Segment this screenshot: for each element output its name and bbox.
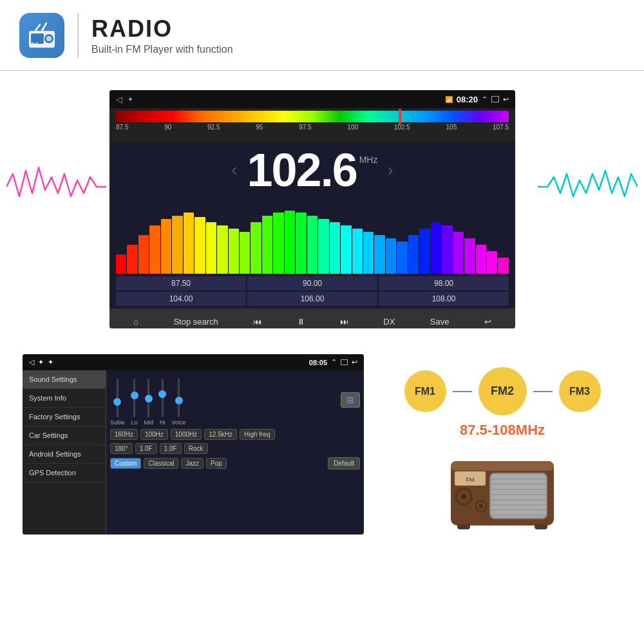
btn-180deg[interactable]: 180° (110, 443, 133, 454)
page-header: RADIO Built-in FM Player with function (0, 0, 644, 71)
btn-classical[interactable]: Classical (144, 458, 178, 469)
voice-slider[interactable]: Voice (172, 379, 186, 426)
wave-left (6, 161, 106, 215)
fm-connector-2 (533, 391, 553, 392)
play-pause-button[interactable]: ⏸ (297, 317, 305, 327)
btn-12khz[interactable]: 12.5kHz (204, 429, 237, 440)
frequency-unit: MHz (359, 155, 378, 165)
wifi-status-icon: ✦ (128, 95, 133, 104)
btn-jazz[interactable]: Jazz (181, 458, 204, 469)
header-divider (77, 13, 79, 58)
svg-rect-28 (457, 524, 470, 529)
eq-bar-3 (149, 225, 160, 274)
menu-system-info[interactable]: System Info (23, 389, 106, 408)
svg-text:FM: FM (466, 477, 475, 483)
frequency-bar[interactable]: 87.5 90 92.5 95 97.5 100 102.5 105 107.5 (109, 108, 515, 142)
dx-button[interactable]: DX (383, 317, 395, 327)
svg-rect-7 (35, 43, 38, 46)
preset-108.00[interactable]: 108.00 (379, 292, 509, 306)
preset-90.00[interactable]: 90.00 (247, 276, 377, 290)
settings-panel: Subw Lo (106, 370, 364, 535)
boost-button[interactable]: ⊞ (341, 392, 360, 408)
fm-frequency-range: 87.5-108MHz (460, 422, 545, 439)
preset-87.50[interactable]: 87.50 (116, 276, 246, 290)
eq-bar-21 (352, 229, 363, 274)
preset-104.00[interactable]: 104.00 (116, 292, 246, 306)
svg-line-4 (35, 24, 40, 31)
btn-1f-1[interactable]: 1.0F (135, 443, 157, 454)
next-track-button[interactable]: ⏭ (340, 317, 348, 327)
settings-body: Sound Settings System Info Factory Setti… (23, 370, 364, 535)
home-button[interactable]: ⌂ (133, 317, 138, 327)
value-buttons-row: 180° 1.0F 1.0F Rock (110, 443, 360, 454)
mid-slider[interactable]: Mid (144, 379, 154, 426)
btn-100hz[interactable]: 100Hz (140, 429, 168, 440)
eq-bar-15 (285, 211, 295, 274)
menu-car-settings[interactable]: Car Settings (23, 426, 106, 445)
btn-1f-2[interactable]: 1.0F (160, 443, 182, 454)
settings-window-icon (341, 359, 348, 365)
hi-slider[interactable]: Hi (160, 379, 166, 426)
subw-slider[interactable]: Subw (110, 379, 125, 426)
eq-bar-8 (206, 222, 216, 274)
btn-pop[interactable]: Pop (206, 458, 227, 469)
settings-time: 08:05 (309, 359, 327, 366)
back-icon: ◁ (29, 358, 34, 366)
svg-rect-1 (31, 33, 44, 44)
eq-bar-24 (386, 238, 396, 274)
eq-bar-12 (251, 222, 261, 274)
fm-connector-1 (453, 391, 472, 392)
prev-freq-button[interactable]: ‹ (222, 160, 247, 180)
back-nav-icon: ◁ (116, 95, 122, 104)
svg-rect-29 (535, 524, 547, 529)
eq-bar-27 (419, 229, 430, 274)
preset-106.00[interactable]: 106.00 (247, 292, 377, 306)
eq-bar-22 (363, 232, 374, 274)
menu-gps-detection[interactable]: GPS Detection (23, 464, 106, 482)
return-icon: ↩ (503, 95, 509, 104)
svg-line-5 (42, 23, 46, 31)
settings-return-icon: ↩ (352, 358, 357, 366)
btn-highfreq[interactable]: High freq (240, 429, 275, 440)
bluetooth-icon: ✦ (38, 358, 44, 366)
eq-bar-34 (498, 258, 508, 274)
btn-rock[interactable]: Rock (184, 443, 208, 454)
eq-bar-6 (184, 213, 194, 274)
btn-160hz[interactable]: 160Hz (110, 429, 138, 440)
eq-bar-20 (341, 225, 351, 274)
settings-menu: Sound Settings System Info Factory Setti… (23, 370, 106, 535)
eq-bar-32 (476, 245, 486, 274)
lo-slider[interactable]: Lo (131, 379, 138, 426)
menu-android-settings[interactable]: Android Settings (23, 445, 106, 464)
radio-status-bar: ◁ ✦ 📶 08:20 ⌃ ↩ (109, 90, 515, 108)
wifi-icon: ✦ (48, 358, 53, 366)
default-button[interactable]: Default (328, 457, 360, 469)
preset-grid: 87.50 90.00 98.00 104.00 106.00 108.00 (109, 274, 515, 308)
eq-bar-11 (240, 232, 250, 274)
stop-search-button[interactable]: Stop search (173, 317, 218, 327)
eq-bar-17 (307, 216, 317, 274)
eq-bar-29 (442, 225, 452, 274)
eq-bar-31 (464, 238, 475, 274)
save-button[interactable]: Save (430, 317, 450, 327)
eq-bar-5 (172, 216, 182, 274)
eq-bar-25 (397, 242, 407, 274)
prev-track-button[interactable]: ⏮ (253, 317, 261, 327)
btn-1000hz[interactable]: 1000Hz (171, 429, 202, 440)
menu-factory-settings[interactable]: Factory Settings (23, 408, 106, 426)
preset-98.00[interactable]: 98.00 (379, 276, 509, 290)
back-button[interactable]: ↩ (484, 317, 491, 327)
eq-bar-30 (453, 232, 464, 274)
status-left-icons: ◁ ✦ (116, 95, 133, 104)
eq-bar-10 (229, 229, 239, 274)
settings-status-bar: ◁ ✦ ✦ 08:05 ⌃ ↩ (23, 354, 364, 370)
fm3-bubble: FM3 (559, 370, 601, 412)
menu-sound-settings[interactable]: Sound Settings (23, 370, 106, 389)
svg-point-27 (479, 504, 483, 508)
next-freq-button[interactable]: › (377, 160, 402, 180)
eq-controls: Subw Lo (110, 374, 186, 426)
svg-point-3 (46, 36, 52, 41)
signal-icon: 📶 (445, 96, 453, 103)
eq-bar-2 (138, 235, 149, 274)
btn-custom[interactable]: Custom (110, 458, 141, 469)
